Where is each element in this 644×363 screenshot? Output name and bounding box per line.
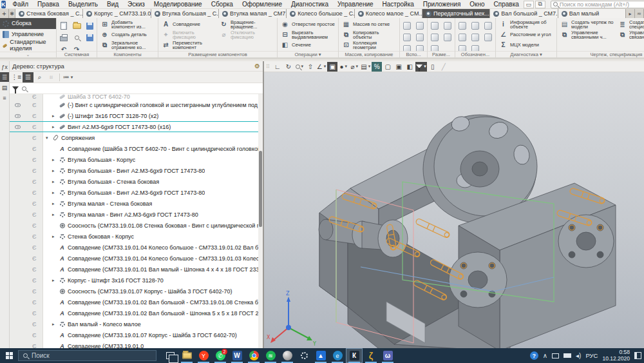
ribbon-button[interactable]: ⊟Вырезать выдавливанием — [279, 30, 337, 40]
aux-point[interactable] — [414, 20, 426, 32]
clip-box-icon[interactable]: ▢ — [383, 62, 393, 72]
clip-solid-icon[interactable]: ▣ — [393, 62, 404, 72]
expand-arrow-icon[interactable]: ▸ — [52, 278, 58, 283]
fixation-icon[interactable]: Є — [26, 233, 43, 240]
zoom-icon[interactable]: ▾ — [294, 62, 305, 72]
ribbon-button[interactable]: ⇄Переместить компонент — [160, 40, 218, 50]
fixation-icon[interactable]: Є — [26, 211, 43, 218]
shading-icon[interactable]: ●▾ — [338, 62, 348, 72]
document-tab[interactable]: Втулка малая _ СМ7... — [219, 9, 287, 18]
tree-row[interactable]: Є▸Корпус - Штифт 3х16 ГОСТ 3128-70 — [10, 275, 263, 286]
ribbon-button[interactable]: ≣Создать спецификаци... — [616, 19, 644, 30]
visibility-eye-icon[interactable] — [15, 114, 21, 118]
command-search-input[interactable]: Поиск по командам (Alt+/) — [551, 1, 644, 8]
chrome-icon[interactable] — [245, 348, 262, 363]
quick-display-icon[interactable]: % — [372, 62, 382, 72]
tree-row[interactable]: Є▸Вал малый - Колесо малое — [10, 319, 263, 329]
tree-relations-icon[interactable]: ⌗ — [46, 72, 57, 83]
language-indicator[interactable]: РУС — [585, 352, 598, 359]
document-tab[interactable]: Втулка большая _ С... — [151, 9, 219, 18]
print[interactable] — [58, 32, 70, 43]
tree-search-icon[interactable]: ⌕ — [34, 72, 45, 83]
tree-row[interactable]: Є▸Втулка большая - Стенка боковая — [10, 176, 263, 187]
document-tab[interactable]: Колесо малое _ СМ... — [355, 9, 422, 18]
fixation-icon[interactable]: Є — [26, 321, 43, 328]
menu-3[interactable]: Выделить — [64, 0, 102, 9]
fixation-icon[interactable]: Є — [26, 135, 43, 141]
tree-row[interactable]: ЄAСовпадение (СМ733.19.01.04 Колесо боль… — [10, 253, 263, 264]
filter-funnel-icon[interactable] — [12, 86, 19, 90]
datum[interactable] — [457, 43, 468, 51]
menu-12[interactable]: Приложения — [419, 0, 466, 9]
expand-arrow-icon[interactable]: ▸ — [52, 179, 58, 184]
visibility-eye-icon[interactable] — [15, 103, 21, 107]
ribbon-button[interactable]: ⊕Создать деталь — [99, 30, 156, 40]
menu-5[interactable]: Эскиз — [123, 0, 149, 9]
tree-row[interactable]: ЄAСовпадение (Шайба 3 ГОСТ 6402-70 - Вин… — [10, 143, 263, 154]
document-tab[interactable]: Стенка боковая _ С... — [15, 9, 83, 18]
visibility-eye-icon[interactable] — [15, 125, 21, 129]
fixation-icon[interactable]: Є — [26, 288, 43, 295]
dim-auto[interactable] — [442, 32, 453, 43]
tree-row[interactable]: Є▸(-) Штифт 3х16 ГОСТ 3128-70 (х2) — [10, 110, 263, 121]
section-view-icon[interactable]: ◧ — [404, 62, 415, 72]
new-doc[interactable] — [58, 20, 70, 32]
tree-row[interactable]: Є▸Винт А2.М3-6gх9 ГОСТ 17473-80 (х16) — [10, 121, 263, 132]
battery-tray-icon[interactable] — [564, 353, 571, 358]
dim-linear[interactable] — [429, 20, 440, 32]
document-tab[interactable]: Вал большой _ СМ7... — [490, 9, 558, 18]
tree-row[interactable]: Є▸Втулка малая - Винт А2.М3-6gх9 ГОСТ 17… — [10, 209, 263, 220]
fixation-icon[interactable]: Є — [26, 102, 43, 108]
orient-angle-icon[interactable]: ∠▾ — [316, 62, 327, 72]
ribbon-button[interactable]: ⊡Коллекция геометрии — [340, 40, 398, 50]
volume-tray-icon[interactable]: ◂) — [576, 352, 581, 359]
expand-arrow-icon[interactable]: ▸ — [52, 234, 58, 239]
tree-by-order-icon[interactable]: ☰ — [23, 72, 33, 83]
fixation-icon[interactable]: Є — [26, 201, 43, 207]
menu-panel-icon[interactable]: ≡ — [0, 93, 9, 103]
snapshot-icon[interactable]: ▤▾ — [360, 62, 371, 72]
gear-icon[interactable]: ⚙ — [254, 63, 260, 70]
fixation-icon[interactable]: Є — [26, 179, 43, 185]
ribbon-button[interactable]: ⧉Управление связанными ч... — [558, 30, 616, 40]
tree-row[interactable]: Є▾Сопряжения — [10, 132, 263, 143]
fixation-icon[interactable]: Є — [26, 255, 43, 262]
menu-10[interactable]: Управление — [333, 0, 378, 9]
kompas-3d-icon[interactable]: К — [346, 348, 363, 363]
explorer-icon[interactable] — [178, 348, 195, 363]
dim-radial[interactable] — [429, 43, 440, 51]
fixation-icon[interactable]: Є — [26, 157, 43, 163]
iso-view-icon[interactable]: ▣ — [327, 62, 337, 72]
tree-scrollbar[interactable] — [258, 94, 263, 348]
edge-icon[interactable]: e — [329, 348, 346, 363]
expand-arrow-icon[interactable]: ▸ — [52, 168, 58, 173]
thread-mark[interactable] — [469, 43, 481, 51]
tree-row[interactable]: Є▸Стенка боковая - Корпус — [10, 231, 263, 242]
action-center-icon[interactable] — [634, 352, 641, 359]
new-tab-button[interactable]: + — [0, 9, 9, 18]
preview[interactable] — [71, 32, 82, 43]
tree-row[interactable]: ЄСоосность (СМ733.19.01.07 Корпус - Шайб… — [10, 286, 263, 297]
fixation-icon[interactable]: Є — [26, 113, 43, 119]
document-tab[interactable]: Передаточный мех...× — [422, 9, 490, 18]
cs-corner-icon[interactable]: ∟ — [272, 62, 283, 72]
photos-icon[interactable]: ▲ — [312, 348, 329, 363]
tree-row[interactable]: ЄСоосность (СМ733.19.01.08 Стенка бокова… — [10, 220, 263, 231]
word-icon[interactable]: W — [229, 348, 245, 363]
orbit-icon[interactable]: ↻ — [283, 62, 294, 72]
tree-row[interactable]: ЄAСовпадение (СМ733.19.01.0 — [10, 340, 263, 348]
expand-arrow-icon[interactable]: ▸ — [52, 322, 58, 327]
layout-icon[interactable]: ▭ — [524, 1, 534, 8]
model-canvas[interactable]: Z X Y — [264, 72, 644, 348]
hide-objects-icon[interactable]: ⌀▾ — [349, 62, 359, 72]
tab-overflow-button[interactable]: ▸ — [626, 9, 635, 18]
fixation-icon[interactable]: Є — [26, 222, 43, 229]
tree-row[interactable]: ЄAСовпадение (СМ733.19.01.02 Вал большой… — [10, 297, 263, 308]
fixation-icon[interactable]: Є — [26, 94, 43, 99]
tree-row[interactable]: Є▸Втулка большая - Винт А2.М3-6gх9 ГОСТ … — [10, 165, 263, 176]
ribbon-button[interactable]: ⧉Копировать объекты — [340, 30, 398, 40]
settings-gear-icon[interactable] — [296, 348, 312, 363]
fixation-icon[interactable]: Є — [26, 277, 43, 284]
dim-diametral[interactable] — [442, 20, 453, 32]
mode-Стандартные изделия[interactable]: Стандартные изделия — [0, 40, 56, 51]
